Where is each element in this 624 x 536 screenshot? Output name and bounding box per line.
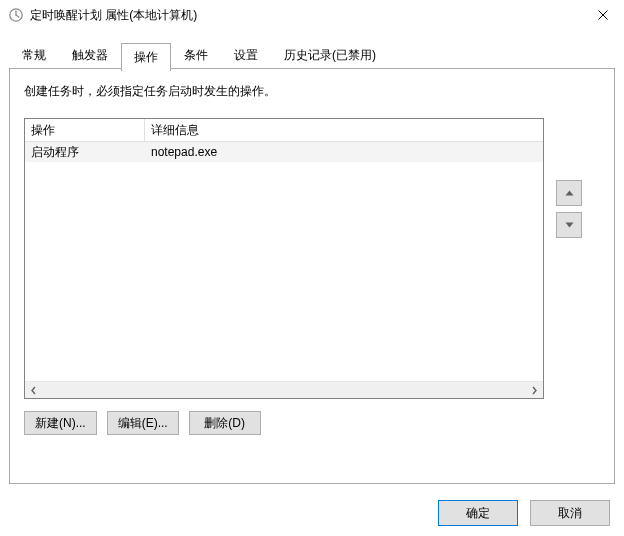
edit-button[interactable]: 编辑(E)... [107, 411, 179, 435]
chevron-down-icon [565, 222, 574, 228]
tab-settings[interactable]: 设置 [221, 42, 271, 69]
titlebar: 定时唤醒计划 属性(本地计算机) [0, 0, 624, 30]
tab-strip: 常规 触发器 操作 条件 设置 历史记录(已禁用) [0, 30, 624, 69]
cell-details: notepad.exe [145, 145, 543, 159]
move-buttons [556, 118, 582, 399]
horizontal-scrollbar[interactable] [25, 381, 543, 398]
move-down-button[interactable] [556, 212, 582, 238]
cell-action: 启动程序 [25, 144, 145, 161]
svg-line-2 [16, 15, 19, 17]
column-header-action[interactable]: 操作 [25, 119, 145, 142]
window-close-button[interactable] [584, 1, 622, 29]
tab-history[interactable]: 历史记录(已禁用) [271, 42, 389, 69]
new-button[interactable]: 新建(N)... [24, 411, 97, 435]
delete-button[interactable]: 删除(D) [189, 411, 261, 435]
action-crud-buttons: 新建(N)... 编辑(E)... 删除(D) [24, 411, 600, 435]
app-icon [8, 7, 24, 23]
table-row[interactable]: 启动程序 notepad.exe [25, 142, 543, 162]
column-header-details[interactable]: 详细信息 [145, 119, 543, 142]
actions-table[interactable]: 操作 详细信息 启动程序 notepad.exe [24, 118, 544, 399]
tab-conditions[interactable]: 条件 [171, 42, 221, 69]
scroll-right-arrow-icon[interactable] [526, 382, 543, 399]
cancel-button[interactable]: 取消 [530, 500, 610, 526]
actions-description: 创建任务时，必须指定任务启动时发生的操作。 [24, 83, 600, 100]
tab-triggers[interactable]: 触发器 [59, 42, 121, 69]
move-up-button[interactable] [556, 180, 582, 206]
window-title: 定时唤醒计划 属性(本地计算机) [30, 7, 584, 24]
close-icon [598, 10, 608, 20]
actions-table-body: 启动程序 notepad.exe [25, 142, 543, 381]
tab-general[interactable]: 常规 [9, 42, 59, 69]
scroll-left-arrow-icon[interactable] [25, 382, 42, 399]
ok-button[interactable]: 确定 [438, 500, 518, 526]
actions-table-header: 操作 详细信息 [25, 119, 543, 142]
tab-actions[interactable]: 操作 [121, 43, 171, 71]
dialog-footer: 确定 取消 [438, 500, 610, 526]
actions-tab-page: 创建任务时，必须指定任务启动时发生的操作。 操作 详细信息 启动程序 notep… [9, 69, 615, 484]
chevron-up-icon [565, 190, 574, 196]
